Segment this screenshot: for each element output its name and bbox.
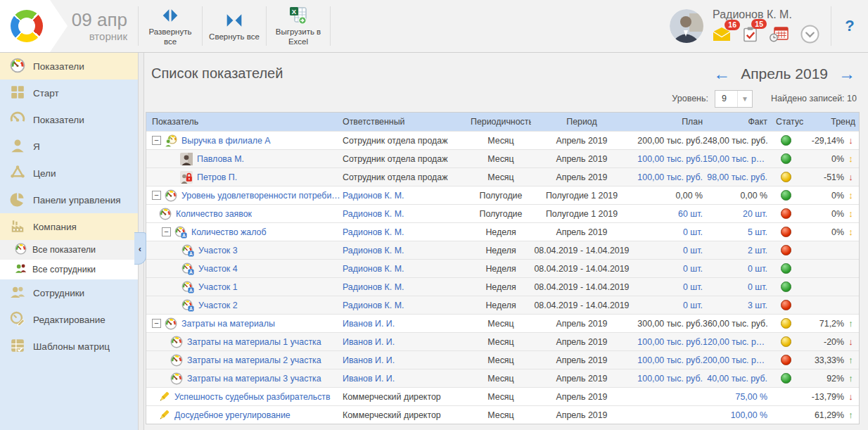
table-row[interactable]: Затраты на материалы 2 участкаИванов И. … <box>146 350 859 369</box>
fact-cell[interactable]: 98,00 тыс. руб. <box>703 172 770 182</box>
row-title-link[interactable]: Затраты на материалы 3 участка <box>187 374 321 384</box>
plan-cell[interactable]: 100,00 тыс. руб. <box>632 154 703 164</box>
row-title-link[interactable]: Выручка в филиале А <box>181 136 271 146</box>
responsible-cell[interactable]: Радионов К. М. <box>341 301 471 310</box>
fact-cell[interactable]: 120,00 тыс. руб. <box>703 337 770 347</box>
plan-cell[interactable]: 100,00 тыс. руб. <box>632 374 703 384</box>
sidebar-item-indicators-top[interactable]: Показатели <box>0 53 138 80</box>
row-title-link[interactable]: Петров П. <box>197 172 237 182</box>
fact-cell[interactable]: 5 шт. <box>703 227 770 237</box>
sidebar-item-start[interactable]: Старт <box>0 80 138 106</box>
fact-cell[interactable]: 0 шт. <box>703 282 770 292</box>
next-month-button[interactable]: → <box>838 65 855 82</box>
sidebar-subitem-all-indicators[interactable]: Все показатели <box>0 240 138 260</box>
fact-cell[interactable]: 40,00 тыс. руб. <box>703 374 770 384</box>
level-select[interactable]: 9 ▼ <box>715 90 753 108</box>
plan-cell[interactable]: 100,00 тыс. руб. <box>632 337 703 347</box>
row-title-link[interactable]: Затраты на материалы 1 участка <box>187 337 321 347</box>
table-row[interactable]: Петров П.Сотрудник отдела продажМесяцАпр… <box>146 167 859 186</box>
fact-cell[interactable]: 150,00 тыс. руб. <box>703 154 770 164</box>
column-header-1[interactable]: Показатель <box>146 117 341 127</box>
expand-all-button[interactable]: Развернуть все <box>139 0 202 52</box>
plan-cell[interactable]: 0 шт. <box>632 282 703 292</box>
table-row[interactable]: Успешность судебных разбирательствКоммер… <box>146 387 859 405</box>
sidebar-collapse-button[interactable]: ‹ <box>134 232 146 265</box>
plan-cell[interactable]: 100,00 тыс. руб. <box>632 172 703 182</box>
column-header-7[interactable]: Статус <box>770 117 808 127</box>
row-title-link[interactable]: Участок 3 <box>198 246 238 255</box>
table-row[interactable]: −AКоличество жалобРадионов К. М.НеделяАп… <box>146 222 859 241</box>
sidebar-subitem-all-employees[interactable]: Все сотрудники <box>0 260 138 279</box>
fact-cell[interactable]: 200,00 тыс. руб. <box>703 355 770 365</box>
table-row[interactable]: AУчасток 1Радионов К. М.Неделя08.04.2019… <box>146 277 859 296</box>
responsible-cell[interactable]: Иванов И. И. <box>341 319 471 329</box>
table-row[interactable]: AУчасток 2Радионов К. М.Неделя08.04.2019… <box>146 296 859 314</box>
sidebar-item-employees[interactable]: Сотрудники <box>0 279 138 306</box>
collapse-node-button[interactable]: − <box>152 136 161 145</box>
collapse-node-button[interactable]: − <box>162 227 171 236</box>
responsible-cell[interactable]: Иванов И. И. <box>341 374 471 384</box>
responsible-cell[interactable]: Радионов К. М. <box>341 227 471 237</box>
table-row[interactable]: Досудебное урегулированиеКоммерческий ди… <box>146 405 859 424</box>
plan-cell[interactable]: 0 шт. <box>632 301 703 310</box>
row-title-link[interactable]: Участок 4 <box>198 264 238 274</box>
fact-cell[interactable]: 3 шт. <box>703 301 770 310</box>
row-title-link[interactable]: Павлова М. <box>197 154 244 164</box>
responsible-cell[interactable]: Радионов К. М. <box>341 282 471 292</box>
column-header-2[interactable]: Ответственный <box>341 117 471 127</box>
row-title-link[interactable]: Досудебное урегулирование <box>174 410 291 420</box>
sidebar-item-editing[interactable]: Редактирование <box>0 306 138 333</box>
column-header-5[interactable]: План <box>632 117 703 127</box>
sidebar-item-me[interactable]: Я <box>0 133 138 160</box>
table-row[interactable]: −Уровень удовлетворенности потребителяРа… <box>146 186 859 204</box>
responsible-cell[interactable]: Иванов И. И. <box>341 337 471 347</box>
row-title-link[interactable]: Количество заявок <box>176 209 252 219</box>
collapse-all-button[interactable]: Свернуть все <box>203 0 266 52</box>
sidebar-item-indicators[interactable]: Показатели <box>0 106 138 133</box>
sidebar-item-matrix-templates[interactable]: Шаблоны матриц <box>0 333 138 360</box>
calendar-clock-icon[interactable] <box>770 26 789 42</box>
user-menu-chevron-icon[interactable] <box>800 25 819 44</box>
table-row[interactable]: Количество заявокРадионов К. М.Полугодие… <box>146 204 859 222</box>
plan-cell[interactable]: 0 шт. <box>632 246 703 255</box>
row-title-link[interactable]: Участок 1 <box>198 282 238 292</box>
table-row[interactable]: −Затраты на материалыИванов И. И.МесяцАп… <box>146 314 859 332</box>
fact-cell[interactable]: 100,00 % <box>703 410 770 420</box>
sidebar-item-company[interactable]: Компания <box>0 213 138 240</box>
table-row[interactable]: AУчасток 3Радионов К. М.Неделя08.04.2019… <box>146 241 859 259</box>
fact-cell[interactable]: 75,00 % <box>703 392 770 402</box>
prev-month-button[interactable]: ← <box>713 65 730 82</box>
user-avatar[interactable] <box>670 9 703 43</box>
app-logo[interactable] <box>0 0 68 52</box>
responsible-cell[interactable]: Радионов К. М. <box>341 246 471 255</box>
fact-cell[interactable]: 20 шт. <box>703 209 770 219</box>
fact-cell[interactable]: 0 шт. <box>703 264 770 274</box>
table-row[interactable]: AУчасток 4Радионов К. М.Неделя08.04.2019… <box>146 259 859 277</box>
responsible-cell[interactable]: Иванов И. И. <box>341 355 471 365</box>
column-header-8[interactable]: Тренд <box>808 117 859 127</box>
collapse-node-button[interactable]: − <box>152 191 161 200</box>
sidebar-item-goals[interactable]: Цели <box>0 160 138 186</box>
fact-cell[interactable]: 2 шт. <box>703 246 770 255</box>
plan-cell[interactable]: 100,00 тыс. руб. <box>632 355 703 365</box>
help-button[interactable]: ? <box>831 0 868 52</box>
column-header-3[interactable]: Периодичность <box>471 117 531 127</box>
responsible-cell[interactable]: Радионов К. М. <box>341 191 471 201</box>
plan-cell[interactable]: 60 шт. <box>632 209 703 219</box>
sidebar-item-dashboards[interactable]: Панели управления <box>0 186 138 213</box>
row-title-link[interactable]: Количество жалоб <box>191 227 267 237</box>
table-row[interactable]: Затраты на материалы 1 участкаИванов И. … <box>146 332 859 350</box>
responsible-cell[interactable]: Радионов К. М. <box>341 209 471 219</box>
row-title-link[interactable]: Участок 2 <box>198 301 238 310</box>
mail-icon[interactable]: 16 <box>713 27 731 42</box>
row-title-link[interactable]: Успешность судебных разбирательств <box>174 392 331 402</box>
tasks-icon[interactable]: 15 <box>743 26 758 43</box>
table-row[interactable]: Затраты на материалы 3 участкаИванов И. … <box>146 369 859 387</box>
column-header-4[interactable]: Период <box>531 117 632 127</box>
row-title-link[interactable]: Затраты на материалы 2 участка <box>187 355 321 365</box>
plan-cell[interactable]: 0 шт. <box>632 264 703 274</box>
export-excel-button[interactable]: XВыгрузить в Excel <box>267 0 330 52</box>
column-header-6[interactable]: Факт <box>703 117 770 127</box>
row-title-link[interactable]: Уровень удовлетворенности потребителя <box>181 191 341 201</box>
plan-cell[interactable]: 0 шт. <box>632 227 703 237</box>
